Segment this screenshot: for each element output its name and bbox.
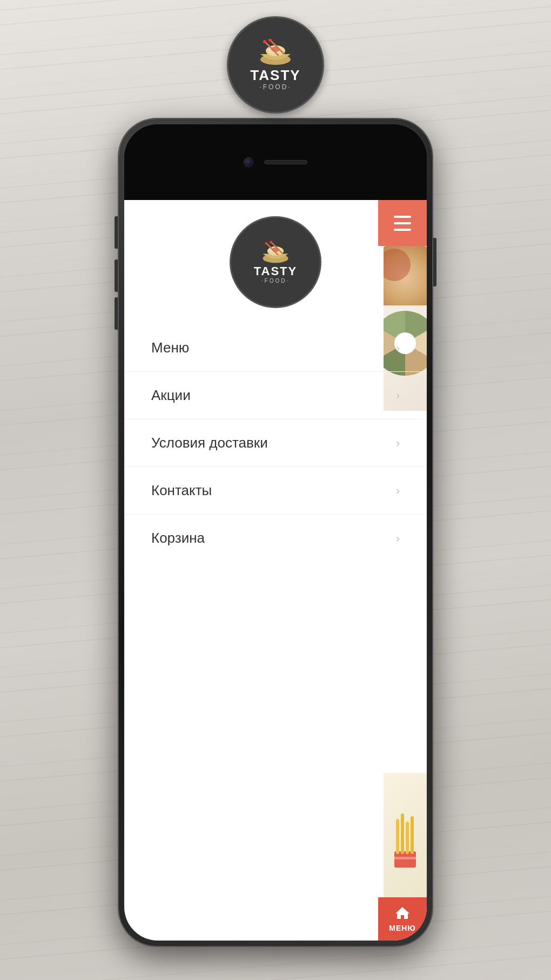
app-logo-sub-text: ·FOOD· — [254, 278, 297, 284]
menu-item-korzina[interactable]: Корзина › — [124, 515, 427, 562]
menu-item-label-korzina: Корзина — [151, 530, 205, 546]
svg-rect-18 — [401, 814, 404, 854]
fries-svg — [386, 797, 424, 895]
app-logo-main-text: TASTY — [254, 265, 297, 277]
bottom-menu-button[interactable]: МЕНЮ — [378, 897, 427, 941]
top-logo-main-text: TASTY — [250, 68, 300, 82]
food-image-fries — [384, 773, 427, 897]
menu-item-label-menu: Меню — [151, 339, 189, 356]
menu-item-menu[interactable]: Меню › — [124, 324, 427, 372]
svg-rect-17 — [396, 819, 399, 854]
chevron-icon-korzina: › — [396, 532, 400, 544]
phone-top-bar — [124, 124, 427, 200]
svg-rect-19 — [406, 822, 409, 854]
top-logo: TASTY ·FOOD· — [227, 16, 324, 114]
hamburger-icon — [394, 216, 411, 231]
home-icon — [394, 906, 411, 922]
phone-screen: TASTY ·FOOD· Меню › — [124, 200, 427, 941]
hamburger-button[interactable] — [378, 200, 427, 246]
phone-device: TASTY ·FOOD· Меню › — [119, 119, 432, 946]
bottom-bar-label: МЕНЮ — [389, 924, 416, 932]
menu-item-label-dostavka: Условия доставки — [151, 435, 268, 451]
chevron-icon-kontakty: › — [396, 484, 400, 497]
camera-dot — [244, 157, 253, 167]
chevron-icon-dostavka: › — [396, 437, 400, 449]
chevron-icon-menu: › — [396, 342, 400, 354]
menu-item-dostavka[interactable]: Условия доставки › — [124, 419, 427, 467]
app-logo-icon — [259, 241, 292, 264]
chevron-icon-akcii: › — [396, 389, 400, 402]
menu-item-akcii[interactable]: Акции › — [124, 372, 427, 419]
menu-item-kontakty[interactable]: Контакты › — [124, 467, 427, 515]
svg-point-6 — [263, 40, 266, 43]
top-logo-sub-text: ·FOOD· — [250, 83, 300, 91]
svg-marker-22 — [395, 907, 409, 919]
speaker-grille — [264, 160, 307, 164]
menu-item-label-kontakty: Контакты — [151, 482, 212, 499]
top-logo-icon — [257, 39, 294, 66]
svg-point-14 — [265, 242, 268, 244]
menu-item-label-akcii: Акции — [151, 387, 191, 404]
navigation-menu: Меню › Акции › Условия доставки › Конт — [124, 319, 427, 567]
svg-rect-20 — [411, 816, 414, 854]
svg-rect-21 — [394, 857, 416, 859]
